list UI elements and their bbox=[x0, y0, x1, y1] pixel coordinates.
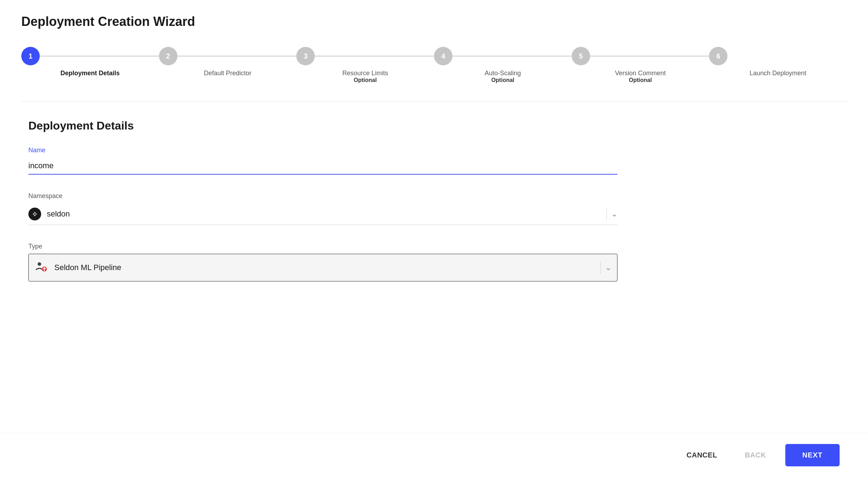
type-chevron-icon: ⌄ bbox=[605, 263, 611, 272]
svg-point-4 bbox=[34, 215, 35, 216]
footer: CANCEL BACK NEXT bbox=[0, 433, 868, 477]
step-circle-2[interactable]: 2 bbox=[159, 47, 177, 65]
namespace-label: Namespace bbox=[28, 192, 617, 200]
step-optional-4: Optional bbox=[491, 77, 514, 83]
svg-point-3 bbox=[34, 212, 35, 214]
step-label-2: Default Predictor bbox=[204, 70, 251, 77]
step-circle-5[interactable]: 5 bbox=[572, 47, 590, 65]
namespace-icon bbox=[28, 208, 41, 220]
step-line-5 bbox=[590, 56, 709, 56]
page-title: Deployment Creation Wizard bbox=[21, 14, 847, 29]
type-value: Seldon ML Pipeline bbox=[54, 263, 600, 272]
namespace-select-divider bbox=[606, 208, 607, 220]
name-label: Name bbox=[28, 147, 617, 154]
step-optional-5: Optional bbox=[629, 77, 652, 83]
type-label: Type bbox=[28, 243, 617, 250]
step-5: 5 Version Comment Optional bbox=[572, 47, 709, 83]
step-circle-6[interactable]: 6 bbox=[709, 47, 727, 65]
type-select-divider bbox=[600, 261, 601, 274]
step-line-3 bbox=[315, 56, 434, 56]
back-button[interactable]: BACK bbox=[736, 445, 775, 465]
namespace-select[interactable]: seldon ⌄ bbox=[28, 203, 617, 225]
svg-point-1 bbox=[33, 213, 34, 215]
svg-point-0 bbox=[32, 211, 38, 217]
step-optional-3: Optional bbox=[354, 77, 377, 83]
step-circle-3[interactable]: 3 bbox=[296, 47, 315, 65]
next-button[interactable]: NEXT bbox=[785, 444, 840, 466]
step-label-5: Version Comment bbox=[615, 70, 666, 77]
deployment-details-form: Deployment Details Name Namespace seldon… bbox=[21, 119, 625, 281]
namespace-value: seldon bbox=[47, 209, 606, 219]
step-6: 6 Launch Deployment bbox=[709, 47, 847, 77]
namespace-chevron-icon: ⌄ bbox=[611, 209, 617, 219]
svg-point-2 bbox=[35, 213, 37, 215]
stepper: 1 Deployment Details 2 Default Predictor… bbox=[21, 47, 847, 83]
step-line-4 bbox=[452, 56, 572, 56]
section-divider bbox=[21, 101, 847, 102]
step-label-6: Launch Deployment bbox=[749, 70, 806, 77]
cancel-button[interactable]: CANCEL bbox=[678, 445, 726, 465]
step-3: 3 Resource Limits Optional bbox=[296, 47, 434, 83]
step-line-1 bbox=[40, 56, 159, 56]
pipeline-icon bbox=[34, 260, 49, 275]
step-2: 2 Default Predictor bbox=[159, 47, 297, 77]
step-1: 1 Deployment Details bbox=[21, 47, 159, 77]
type-field-container: Type Seldon ML Pipeline ⌄ bbox=[28, 243, 617, 281]
step-label-4: Auto-Scaling bbox=[485, 70, 521, 77]
step-label-3: Resource Limits bbox=[342, 70, 388, 77]
step-4: 4 Auto-Scaling Optional bbox=[434, 47, 572, 83]
step-line-2 bbox=[177, 56, 297, 56]
step-label-1: Deployment Details bbox=[60, 70, 120, 77]
name-field-container: Name bbox=[28, 147, 617, 175]
step-circle-4[interactable]: 4 bbox=[434, 47, 452, 65]
namespace-field-container: Namespace seldon ⌄ bbox=[28, 192, 617, 225]
svg-point-5 bbox=[38, 262, 41, 266]
name-input[interactable] bbox=[28, 158, 617, 175]
step-circle-1[interactable]: 1 bbox=[21, 47, 40, 65]
form-section-title: Deployment Details bbox=[28, 119, 617, 132]
type-select[interactable]: Seldon ML Pipeline ⌄ bbox=[28, 254, 617, 281]
